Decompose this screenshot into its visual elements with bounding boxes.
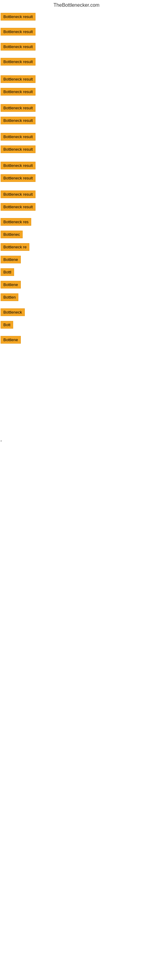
bottleneck-badge-5[interactable]: Bottleneck result [1, 75, 35, 83]
bottleneck-row-17: Bottleneck re [0, 242, 153, 252]
bottleneck-badge-2[interactable]: Bottleneck result [1, 28, 35, 35]
bottleneck-badge-17[interactable]: Bottleneck re [1, 243, 29, 251]
bottleneck-badge-20[interactable]: Bottlene [1, 281, 21, 288]
bottleneck-row-15: Bottleneck res [0, 217, 153, 227]
bottleneck-badge-19[interactable]: Bottl [1, 268, 14, 276]
bottleneck-row-18: Bottlene [0, 255, 153, 265]
bottleneck-row-3: Bottleneck result [0, 41, 153, 52]
bottleneck-row-23: Bott [0, 320, 153, 330]
bottleneck-badge-16[interactable]: Bottlenec [1, 231, 22, 238]
bottleneck-row-2: Bottleneck result [0, 27, 153, 37]
bottleneck-row-19: Bottl [0, 267, 153, 277]
bottleneck-badge-24[interactable]: Bottlene [1, 336, 21, 344]
bottleneck-badge-18[interactable]: Bottlene [1, 256, 21, 263]
bottleneck-badge-9[interactable]: Bottleneck result [1, 133, 35, 140]
bottleneck-badge-7[interactable]: Bottleneck result [1, 104, 35, 112]
bottleneck-badge-1[interactable]: Bottleneck result [1, 13, 35, 21]
bottleneck-badge-10[interactable]: Bottleneck result [1, 145, 35, 153]
bottleneck-badge-22[interactable]: Bottleneck [1, 309, 25, 316]
bottleneck-row-9: Bottleneck result [0, 132, 153, 142]
bottleneck-row-22: Bottleneck [0, 307, 153, 317]
bottleneck-row-20: Bottlene [0, 280, 153, 290]
bottleneck-badge-23[interactable]: Bott [1, 321, 13, 329]
bottleneck-row-21: Bottlen [0, 292, 153, 302]
bottleneck-badge-3[interactable]: Bottleneck result [1, 43, 35, 51]
bottleneck-row-6: Bottleneck result [0, 87, 153, 97]
bottleneck-row-24: Bottlene [0, 335, 153, 345]
bottleneck-badge-21[interactable]: Bottlen [1, 293, 18, 301]
bottleneck-row-10: Bottleneck result [0, 144, 153, 154]
bottleneck-badge-11[interactable]: Bottleneck result [1, 162, 35, 169]
bottleneck-row-7: Bottleneck result [0, 103, 153, 113]
bottom-area: e [0, 437, 153, 620]
bottleneck-badge-14[interactable]: Bottleneck result [1, 203, 35, 211]
bottleneck-badge-8[interactable]: Bottleneck result [1, 117, 35, 124]
bottleneck-row-8: Bottleneck result [0, 115, 153, 126]
bottleneck-badge-12[interactable]: Bottleneck result [1, 174, 35, 182]
site-title: TheBottlenecker.com [0, 0, 153, 9]
bottleneck-row-16: Bottlenec [0, 229, 153, 240]
bottleneck-row-12: Bottleneck result [0, 173, 153, 183]
bottleneck-row-1: Bottleneck result [0, 12, 153, 22]
bottleneck-row-13: Bottleneck result [0, 189, 153, 199]
bottleneck-badge-6[interactable]: Bottleneck result [1, 88, 35, 95]
bottleneck-row-14: Bottleneck result [0, 202, 153, 212]
bottleneck-row-11: Bottleneck result [0, 161, 153, 170]
bottleneck-badge-4[interactable]: Bottleneck result [1, 58, 35, 65]
bottleneck-row-5: Bottleneck result [0, 74, 153, 84]
bottom-small-label: e [1, 440, 2, 442]
bottleneck-row-4: Bottleneck result [0, 57, 153, 67]
bottleneck-badge-13[interactable]: Bottleneck result [1, 191, 35, 198]
bottleneck-badge-15[interactable]: Bottleneck res [1, 218, 31, 226]
